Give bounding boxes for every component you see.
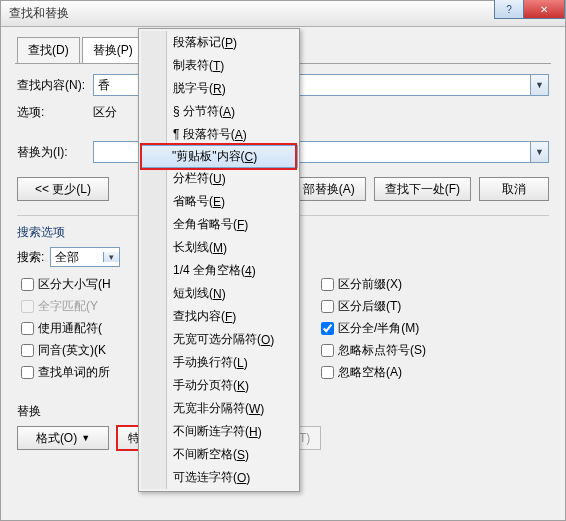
checkbox-input[interactable] <box>321 366 334 379</box>
less-button[interactable]: << 更少(L) <box>17 177 109 201</box>
option-checkbox[interactable]: 区分前缀(X) <box>317 273 549 295</box>
checkbox-input[interactable] <box>321 322 334 335</box>
checkbox-input <box>21 300 34 313</box>
menu-item[interactable]: 脱字号(R) <box>141 77 297 100</box>
menu-item[interactable]: 不间断空格(S) <box>141 443 297 466</box>
options-value: 区分 <box>93 104 117 121</box>
menu-item[interactable]: 段落标记(P) <box>141 31 297 54</box>
checkbox-input[interactable] <box>21 366 34 379</box>
replace-all-button[interactable]: 部替换(A) <box>292 177 366 201</box>
chevron-down-icon[interactable]: ▼ <box>530 75 548 95</box>
dialog-title: 查找和替换 <box>9 5 69 22</box>
chevron-down-icon[interactable]: ▾ <box>103 252 119 262</box>
checkbox-input[interactable] <box>21 322 34 335</box>
menu-item[interactable]: 不间断连字符(H) <box>141 420 297 443</box>
chevron-down-icon: ▼ <box>81 433 90 443</box>
menu-item[interactable]: 全角省略号(F) <box>141 213 297 236</box>
checkbox-input[interactable] <box>21 344 34 357</box>
menu-item[interactable]: 可选连字符(O) <box>141 466 297 489</box>
chevron-down-icon[interactable]: ▼ <box>530 142 548 162</box>
replace-label: 替换为(I): <box>17 144 93 161</box>
search-direction-label: 搜索: <box>17 249 44 266</box>
option-checkbox[interactable]: 区分全/半角(M) <box>317 317 549 339</box>
menu-item[interactable]: 长划线(M) <box>141 236 297 259</box>
menu-item[interactable]: 省略号(E) <box>141 190 297 213</box>
menu-item[interactable]: 分栏符(U) <box>141 167 297 190</box>
find-replace-dialog: 查找和替换 ? ✕ 查找(D) 替换(P) 查找内容(N): 香 ▼ 选项: 区… <box>0 0 566 521</box>
menu-item[interactable]: 手动分页符(K) <box>141 374 297 397</box>
special-format-menu: 段落标记(P)制表符(T)脱字号(R)§ 分节符(A)¶ 段落符号(A)"剪贴板… <box>138 28 300 492</box>
menu-item[interactable]: § 分节符(A) <box>141 100 297 123</box>
option-checkbox[interactable]: 忽略标点符号(S) <box>317 339 549 361</box>
find-label: 查找内容(N): <box>17 77 93 94</box>
tab-replace[interactable]: 替换(P) <box>82 37 144 63</box>
search-direction-combo[interactable]: 全部 ▾ <box>50 247 120 267</box>
menu-item[interactable]: 查找内容(F) <box>141 305 297 328</box>
option-checkbox[interactable]: 区分后缀(T) <box>317 295 549 317</box>
checkbox-input[interactable] <box>321 300 334 313</box>
menu-item[interactable]: 短划线(N) <box>141 282 297 305</box>
options-label: 选项: <box>17 104 93 121</box>
option-checkbox[interactable]: 忽略空格(A) <box>317 361 549 383</box>
checkbox-input[interactable] <box>321 278 334 291</box>
menu-item[interactable]: 制表符(T) <box>141 54 297 77</box>
help-button[interactable]: ? <box>494 0 524 19</box>
checkbox-input[interactable] <box>321 344 334 357</box>
cancel-button[interactable]: 取消 <box>479 177 549 201</box>
format-button[interactable]: 格式(O)▼ <box>17 426 109 450</box>
menu-item[interactable]: 无宽非分隔符(W) <box>141 397 297 420</box>
find-next-button[interactable]: 查找下一处(F) <box>374 177 471 201</box>
menu-item[interactable]: 手动换行符(L) <box>141 351 297 374</box>
titlebar[interactable]: 查找和替换 ? ✕ <box>1 1 565 27</box>
checkbox-input[interactable] <box>21 278 34 291</box>
tab-find[interactable]: 查找(D) <box>17 37 80 63</box>
menu-item[interactable]: 1/4 全角空格(4) <box>141 259 297 282</box>
menu-item[interactable]: 无宽可选分隔符(O) <box>141 328 297 351</box>
menu-item[interactable]: ¶ 段落符号(A) <box>141 123 297 146</box>
close-window-button[interactable]: ✕ <box>523 0 565 19</box>
menu-item[interactable]: "剪贴板"内容(C) <box>140 145 298 168</box>
